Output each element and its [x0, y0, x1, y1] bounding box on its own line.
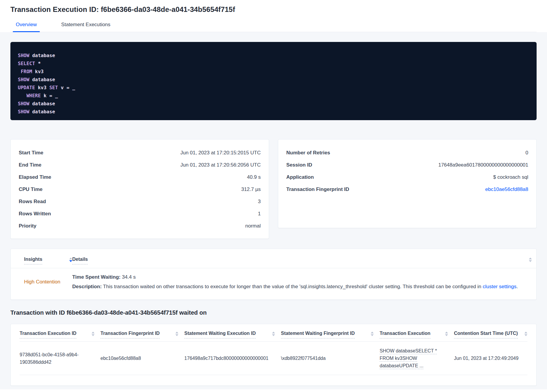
waited-on-table-header: Transaction Execution IDTransaction Fing…	[20, 324, 527, 338]
summary-row: Prioritynormal	[11, 220, 269, 232]
summary-row: Transaction Fingerprint IDebc10ae56cfd88…	[278, 183, 536, 195]
sort-up-arrow-icon	[445, 332, 448, 333]
page-title: Transaction Execution ID: f6be6366-da03-…	[10, 5, 537, 14]
sort-up-arrow-icon	[175, 332, 178, 333]
sort-icon[interactable]	[272, 332, 275, 336]
sort-down-arrow-icon	[272, 334, 275, 336]
column-header-cell: Transaction Fingerprint ID	[100, 331, 184, 338]
sql-statements-box: SHOW databaseSELECT * FROM kv3SHOW datab…	[10, 42, 537, 120]
transaction-execution-id-cell: 9738d051-bc0e-4158-a9b4-1903586ddd42	[20, 351, 100, 366]
time-spent-waiting-label: Time Spent Waiting:	[72, 274, 120, 280]
summary-row: End TimeJun 01, 2023 at 17:20:56:2056 UT…	[11, 159, 269, 171]
cluster-settings-link[interactable]: cluster settings	[483, 284, 516, 289]
waited-on-table-row: 9738d051-bc0e-4158-a9b4-1903586ddd42ebc1…	[20, 342, 527, 375]
sort-up-arrow-icon	[371, 332, 374, 333]
sql-line: SHOW database	[18, 100, 529, 108]
time-spent-waiting-value: 34.4 s	[122, 274, 136, 280]
statement-waiting-fingerprint-id-cell: \xdb8922f077541dda	[281, 355, 380, 362]
summary-row: CPU Time312.7 µs	[11, 183, 269, 195]
transaction-fingerprint-id-cell: ebc10ae56cfd88a8	[100, 355, 184, 362]
insights-card: Insights Details High Contention Time Sp…	[10, 249, 537, 300]
contention-start-time-cell: Jun 01, 2023 at 17:20:49:2049	[454, 355, 527, 362]
summary-label: Rows Read	[19, 199, 46, 205]
sql-line: UPDATE kv3 SET v = _	[18, 84, 529, 92]
transaction-execution-statement-link[interactable]: SHOW databaseSELECT * FROM kv3SHOW datab…	[380, 348, 437, 368]
insight-row: High Contention Time Spent Waiting: 34.4…	[11, 268, 536, 290]
sort-up-arrow-icon	[529, 258, 532, 259]
summary-label: Priority	[19, 223, 37, 229]
description-body: This transaction waited on other transac…	[103, 284, 483, 289]
sort-down-arrow-icon	[69, 260, 72, 262]
summary-label: Transaction Fingerprint ID	[286, 186, 349, 192]
summary-value: 0	[526, 150, 528, 156]
sort-down-arrow-icon	[371, 334, 374, 336]
waited-on-table-card: Transaction Execution IDTransaction Fing…	[10, 324, 537, 386]
tab-overview[interactable]: Overview	[13, 22, 40, 32]
column-header-cell: Transaction Execution ID	[20, 331, 100, 338]
summary-label: Rows Written	[19, 211, 51, 217]
description-suffix: .	[516, 284, 518, 289]
sort-icon[interactable]	[529, 258, 532, 262]
transaction-fingerprint-link[interactable]: ebc10ae56cfd88a8	[485, 186, 528, 192]
summary-label: End Time	[19, 162, 41, 168]
summary-label: CPU Time	[19, 186, 43, 192]
column-header-cell: Contention Start Time (UTC)	[454, 331, 527, 338]
details-column: Details	[72, 257, 529, 264]
insight-details: Time Spent Waiting: 34.4 s Description: …	[72, 273, 532, 290]
column-header-label[interactable]: Statement Waiting Execution ID	[184, 331, 256, 338]
sort-up-arrow-icon	[92, 332, 95, 333]
column-header-label[interactable]: Statement Waiting Fingerprint ID	[281, 331, 355, 338]
sort-down-arrow-icon	[175, 334, 178, 336]
summary-row: Application$ cockroach sql	[278, 171, 536, 183]
summary-row: Start TimeJun 01, 2023 at 17:20:15:2015 …	[11, 147, 269, 159]
insight-type-label: High Contention	[24, 279, 72, 285]
column-header-label[interactable]: Transaction Execution	[380, 331, 430, 338]
sort-icon[interactable]	[445, 332, 448, 336]
description-label: Description:	[72, 284, 102, 289]
summary-value: Jun 01, 2023 at 17:20:15:2015 UTC	[180, 150, 261, 156]
sort-up-arrow-icon	[272, 332, 275, 333]
insight-description-text: Description: This transaction waited on …	[72, 283, 532, 290]
insights-table-header: Insights Details	[11, 249, 536, 264]
summary-label: Application	[286, 174, 314, 180]
summary-value: 17648a9eea6017800000000000000001	[438, 162, 528, 168]
column-header-label[interactable]: Contention Start Time (UTC)	[454, 331, 518, 338]
summary-row: Rows Read3	[11, 195, 269, 208]
time-spent-waiting-text: Time Spent Waiting: 34.4 s	[72, 273, 532, 281]
sql-line: SHOW database	[18, 108, 529, 116]
statement-waiting-execution-id-cell: 176498a9c717bdc80000000000000001	[184, 355, 281, 362]
sql-line: FROM kv3	[18, 68, 529, 76]
sql-line: SHOW database	[18, 76, 529, 84]
summary-value: 312.7 µs	[241, 186, 261, 192]
summary-row: Rows Written1	[11, 208, 269, 220]
sort-icon[interactable]	[69, 258, 72, 262]
sort-down-arrow-icon	[92, 334, 95, 336]
tab-bar: Overview Statement Executions	[10, 22, 537, 32]
transaction-execution-link[interactable]: SHOW databaseSELECT * FROM kv3SHOW datab…	[380, 347, 454, 369]
sort-icon[interactable]	[371, 332, 374, 336]
summary-label: Start Time	[19, 150, 43, 156]
insights-column: Insights	[24, 257, 72, 264]
summary-label: Number of Retries	[286, 150, 330, 156]
sort-icon[interactable]	[92, 332, 95, 336]
sort-icon[interactable]	[524, 332, 527, 336]
summary-value: $ cockroach sql	[493, 174, 528, 180]
sort-icon[interactable]	[175, 332, 178, 336]
summary-row: Elapsed Time40.9 s	[11, 171, 269, 183]
tab-statement-executions[interactable]: Statement Executions	[58, 22, 113, 32]
column-header-label[interactable]: Transaction Execution ID	[20, 331, 76, 338]
sort-down-arrow-icon	[529, 260, 532, 262]
sort-down-arrow-icon	[445, 334, 448, 336]
sort-down-arrow-icon	[524, 334, 527, 336]
column-header-cell: Statement Waiting Fingerprint ID	[281, 331, 380, 338]
column-header-label[interactable]: Transaction Fingerprint ID	[100, 331, 160, 338]
execution-details-card: Start TimeJun 01, 2023 at 17:20:15:2015 …	[10, 139, 269, 239]
insights-column-header[interactable]: Insights	[24, 257, 42, 264]
summary-value: 3	[258, 199, 261, 205]
sort-up-arrow-icon	[69, 258, 72, 259]
summary-value: 1	[258, 211, 261, 217]
waited-on-section-title: Transaction with ID f6be6366-da03-48de-a…	[10, 309, 537, 316]
summary-value: normal	[245, 223, 261, 229]
page-header: Transaction Execution ID: f6be6366-da03-…	[0, 0, 547, 32]
details-column-header[interactable]: Details	[72, 257, 88, 264]
